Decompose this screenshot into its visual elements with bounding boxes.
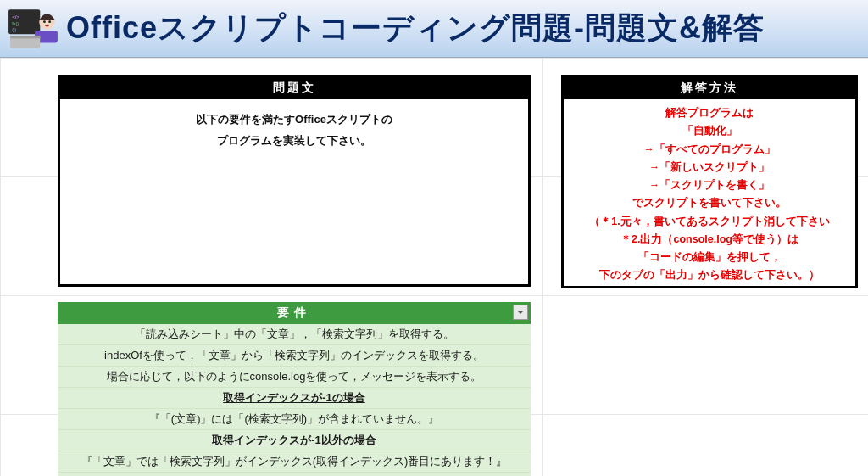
- svg-text:{ }: { }: [12, 27, 16, 32]
- answer-line: ＊2.出力（console.log等で使う）は: [567, 231, 852, 249]
- requirement-row: 『「(文章)」には「(検索文字列)」が含まれていません。』: [58, 409, 531, 430]
- answer-line: →「すべてのプログラム」: [567, 141, 852, 159]
- requirements-heading: 要件: [58, 302, 531, 324]
- requirements-body: 「読み込みシート」中の「文章」，「検索文字列」を取得する。 indexOfを使っ…: [58, 324, 531, 476]
- requirement-row: 取得インデックスが-1の場合: [58, 388, 531, 409]
- problem-panel: 問題文 以下の要件を満たすOfficeスクリプトの プログラムを実装して下さい。: [58, 75, 531, 287]
- requirement-row: 取得インデックスが-1以外の場合: [58, 430, 531, 451]
- svg-point-5: [43, 20, 46, 23]
- answer-body: 解答プログラムは 「自動化」 →「すべてのプログラム」 →「新しいスクリプト」 …: [564, 99, 855, 285]
- person-coding-icon: </> fn() { }: [7, 5, 59, 53]
- requirements-panel: 要件 「読み込みシート」中の「文章」，「検索文字列」を取得する。 indexOf…: [58, 302, 531, 476]
- requirement-row: 場合に応じて，以下のようにconsole.logを使って，メッセージを表示する。: [58, 367, 531, 388]
- problem-line: 以下の要件を満たすOfficeスクリプトの: [60, 109, 528, 131]
- svg-rect-9: [10, 36, 40, 38]
- problem-heading: 問題文: [60, 77, 528, 99]
- requirement-row: console.logを使って，「実行完了」のメッセージを表示する。: [58, 473, 531, 476]
- page-header: </> fn() { } Officeスクリプトコーディング問題-問題文&解答: [0, 0, 868, 58]
- answer-line: →「スクリプトを書く」: [567, 176, 852, 194]
- problem-body: 以下の要件を満たすOfficeスクリプトの プログラムを実装して下さい。: [60, 99, 528, 151]
- requirement-row: indexOfを使って，「文章」から「検索文字列」のインデックスを取得する。: [58, 345, 531, 367]
- answer-line: 下のタブの「出力」から確認して下さい。）: [567, 266, 852, 284]
- answer-line: 「コードの編集」を押して，: [567, 249, 852, 266]
- svg-text:fn(): fn(): [12, 20, 19, 25]
- filter-dropdown-button[interactable]: [513, 305, 528, 320]
- answer-line: →「新しいスクリプト」: [567, 159, 852, 176]
- answer-line: 「自動化」: [567, 122, 852, 140]
- page-title: Officeスクリプトコーディング問題-問題文&解答: [66, 8, 765, 49]
- chevron-down-icon: [516, 308, 525, 316]
- requirements-heading-label: 要件: [277, 305, 311, 319]
- svg-point-6: [48, 20, 51, 23]
- answer-line: （＊1.元々，書いてあるスクリプト消して下さい: [567, 213, 852, 231]
- answer-panel: 解答方法 解答プログラムは 「自動化」 →「すべてのプログラム」 →「新しいスク…: [561, 75, 858, 288]
- svg-text:</>: </>: [12, 13, 19, 19]
- answer-heading: 解答方法: [564, 77, 855, 99]
- requirement-row: 『「文章」では「検索文字列」がインデックス(取得インデックス)番目にあります！』: [58, 451, 531, 473]
- answer-line: でスクリプトを書いて下さい。: [567, 194, 852, 212]
- problem-line: プログラムを実装して下さい。: [60, 131, 528, 152]
- requirement-row: 「読み込みシート」中の「文章」，「検索文字列」を取得する。: [58, 324, 531, 345]
- worksheet-area: 問題文 以下の要件を満たすOfficeスクリプトの プログラムを実装して下さい。…: [0, 58, 868, 476]
- answer-line: 解答プログラムは: [567, 104, 852, 122]
